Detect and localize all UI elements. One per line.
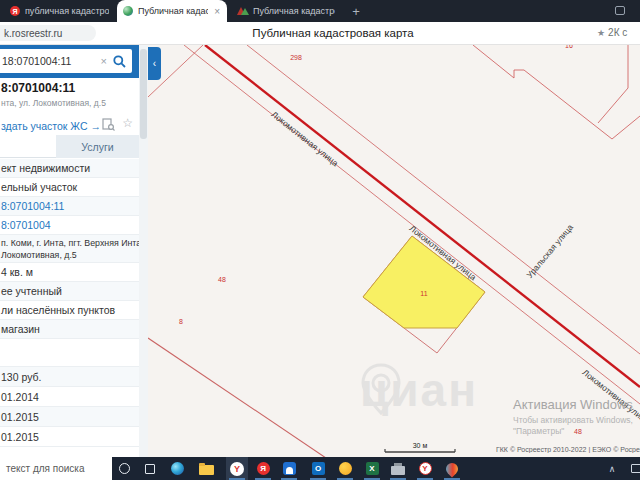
tab-label: Публичная кадастрова bbox=[138, 6, 208, 16]
parcel-label-8: 8 bbox=[179, 318, 183, 325]
map-attribution: ГКК © Росреестр 2010-2022 | ЕЭКО © Росре… bbox=[496, 446, 640, 453]
flame-app-button[interactable] bbox=[441, 457, 463, 480]
tab-label: Публичная кадастровая bbox=[253, 6, 335, 16]
info-row-link[interactable]: 8:0701004 bbox=[0, 216, 139, 235]
favorite-star-icon[interactable]: ☆ bbox=[122, 116, 133, 130]
road-axis-line bbox=[205, 45, 640, 387]
bookmark-star-icon[interactable]: ★ bbox=[597, 28, 605, 38]
pkk-favicon-icon bbox=[123, 6, 133, 16]
sidebar-collapse-button[interactable]: ‹ bbox=[148, 47, 161, 80]
info-row: ект недвижимости bbox=[0, 159, 139, 178]
cadastral-map[interactable]: 298 16 48 8 11 48 Локомотивная улица Лок… bbox=[148, 45, 640, 457]
cortana-icon bbox=[119, 463, 130, 474]
yandex-browser-icon: Y bbox=[230, 462, 244, 476]
search-value: 18:0701004:11 bbox=[2, 55, 96, 67]
search-input[interactable]: 18:0701004:11 × bbox=[0, 49, 132, 73]
outlook-icon: O bbox=[312, 462, 325, 475]
info-row: 01.2015 bbox=[0, 427, 139, 447]
taskbar-search-text: текст для поиска bbox=[6, 463, 84, 474]
sidebar-panel: 18:0701004:11 × 8:0701004:11 нта, ул. Ло… bbox=[0, 45, 148, 457]
yandex-browser-button[interactable]: Y bbox=[226, 457, 248, 480]
cian-pin-icon bbox=[360, 363, 402, 415]
info-row: магазин bbox=[0, 320, 139, 339]
screen: Я публичная кадастровая к Публичная када… bbox=[0, 0, 640, 480]
street-label-lokomotivnaya: Локомотивная улица bbox=[270, 109, 341, 168]
bookmark-count: 2К с bbox=[608, 27, 627, 38]
activation-line: "Параметры" bbox=[513, 426, 633, 436]
doc-search-icon[interactable] bbox=[102, 117, 115, 135]
activation-title: Активация Windows bbox=[513, 397, 633, 412]
window-controls-icon[interactable] bbox=[615, 6, 625, 15]
create-parcel-row: здать участок ЖС → ☆ bbox=[1, 116, 139, 132]
info-row: 130 руб. bbox=[0, 367, 139, 387]
task-view-icon bbox=[145, 464, 155, 474]
scale-label: 30 м bbox=[413, 442, 428, 449]
parcel-boundary-line bbox=[148, 338, 326, 457]
windows-activation-watermark: Активация Windows Чтобы активировать Win… bbox=[513, 397, 633, 436]
edge-button[interactable] bbox=[166, 457, 188, 480]
scrollbar-thumb[interactable] bbox=[140, 49, 147, 139]
bookmark-widget[interactable]: ★ 2К с bbox=[597, 27, 627, 38]
address-line: Локомотивная, д.5 bbox=[1, 249, 77, 261]
new-tab-button[interactable]: + bbox=[348, 3, 364, 19]
tab-pkk-map[interactable]: Публичная кадастровая bbox=[231, 0, 341, 22]
tab-close-icon[interactable]: × bbox=[213, 6, 221, 17]
yandex-red-icon: Y bbox=[419, 462, 432, 475]
task-view-button[interactable] bbox=[139, 457, 161, 480]
yellow-app-button[interactable] bbox=[334, 457, 356, 480]
address-line: п. Коми, г. Инта, пгт. Верхняя Инта, bbox=[1, 237, 139, 249]
sidebar-search-header: 18:0701004:11 × bbox=[0, 45, 148, 78]
excel-button[interactable]: X bbox=[361, 457, 383, 480]
yandex-red-app-button[interactable]: Y bbox=[414, 457, 436, 480]
parcel-label-298: 298 bbox=[290, 54, 302, 61]
tray-expand-button[interactable]: ∧ bbox=[604, 457, 620, 480]
info-row: 01.2015 bbox=[0, 407, 139, 427]
flame-app-icon bbox=[444, 460, 461, 477]
taskbar-search-input[interactable]: текст для поиска bbox=[0, 457, 112, 480]
blue-app-button[interactable] bbox=[278, 457, 300, 480]
tab-services[interactable]: Услуги bbox=[56, 135, 139, 158]
info-row-address: п. Коми, г. Инта, пгт. Верхняя Инта, Лок… bbox=[0, 235, 139, 263]
printer-app-button[interactable] bbox=[387, 457, 409, 480]
tab-label: публичная кадастровая к bbox=[25, 6, 109, 16]
edge-icon bbox=[171, 462, 184, 475]
windows-taskbar: текст для поиска Y Я O X Y ∧ bbox=[0, 457, 640, 480]
info-row-link[interactable]: 8:0701004:11 bbox=[0, 197, 139, 216]
info-row-empty bbox=[0, 339, 139, 367]
object-title: 8:0701004:11 bbox=[1, 81, 75, 95]
map-site-favicon-icon bbox=[237, 6, 248, 16]
sidebar-scrollbar[interactable] bbox=[139, 45, 148, 457]
create-parcel-link[interactable]: здать участок ЖС → bbox=[1, 120, 101, 132]
info-row: ее учтенный bbox=[0, 282, 139, 301]
tab-pkk-active[interactable]: Публичная кадастрова × bbox=[117, 0, 227, 22]
clear-search-icon[interactable]: × bbox=[96, 55, 112, 67]
tray-icon[interactable] bbox=[631, 464, 640, 473]
cortana-button[interactable] bbox=[113, 457, 135, 480]
tab-pkk-yandex[interactable]: Я публичная кадастровая к bbox=[4, 0, 115, 22]
parcel-label-11: 11 bbox=[420, 290, 427, 297]
info-row: 4 кв. м bbox=[0, 263, 139, 282]
sidebar-tabs: Услуги bbox=[0, 135, 139, 158]
page-title: Публичная кадастровая карта bbox=[0, 27, 640, 39]
parcel-label-16: 16 bbox=[565, 45, 573, 49]
yellow-app-icon bbox=[339, 462, 352, 475]
info-row: ельный участок bbox=[0, 178, 139, 197]
outlook-button[interactable]: O bbox=[307, 457, 329, 480]
folder-icon bbox=[199, 465, 214, 475]
search-icon[interactable] bbox=[112, 54, 127, 69]
object-address-subtitle: нта, ул. Локомотивная, д.5 bbox=[1, 98, 106, 108]
cian-watermark: циан bbox=[360, 363, 478, 417]
activation-line: Чтобы активировать Windows, bbox=[513, 415, 633, 425]
file-explorer-button[interactable] bbox=[195, 457, 217, 480]
printer-icon bbox=[391, 466, 405, 475]
yandex-app-button[interactable]: Я bbox=[252, 457, 274, 480]
yandex-favicon-icon: Я bbox=[10, 6, 20, 16]
info-row: 01.2014 bbox=[0, 387, 139, 407]
object-info-list: ект недвижимости ельный участок 8:070100… bbox=[0, 159, 139, 447]
street-label-uralskaya: Уральская улица bbox=[524, 222, 575, 280]
browser-toolbar: k.rosreestr.ru Публичная кадастровая кар… bbox=[0, 22, 640, 45]
parcel-label-48: 48 bbox=[218, 276, 226, 283]
parcel-16-boundary bbox=[473, 45, 640, 139]
yandex-icon: Я bbox=[257, 462, 270, 475]
info-row: ли населённых пунктов bbox=[0, 301, 139, 320]
